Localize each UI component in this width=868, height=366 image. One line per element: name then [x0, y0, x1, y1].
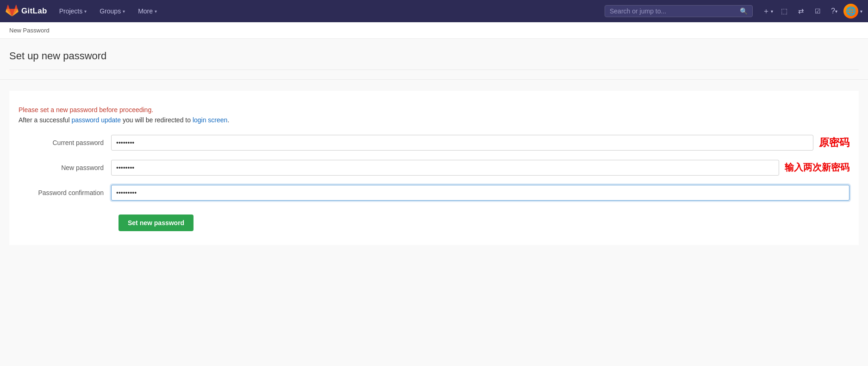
confirm-password-group: Password confirmation: [19, 185, 849, 201]
plus-icon: ＋: [762, 6, 770, 16]
user-avatar[interactable]: 🌐: [843, 4, 858, 19]
navbar: GitLab Projects ▾ Groups ▾ More ▾ 🔍 ＋ ▾ …: [0, 0, 868, 22]
more-chevron-icon: ▾: [155, 9, 157, 14]
help-icon: ?: [831, 7, 835, 15]
new-password-label: New password: [19, 164, 111, 171]
gitlab-logo-icon: [6, 5, 19, 18]
alert-line2: After a successful password update you w…: [19, 115, 849, 125]
merge-requests-button[interactable]: ⇄: [793, 4, 808, 19]
help-chevron-icon: ▾: [835, 9, 837, 14]
merge-requests-icon: ⇄: [798, 7, 804, 15]
title-divider: [0, 79, 868, 80]
form-section: Please set a new password before proceed…: [9, 91, 859, 245]
confirm-password-wrapper: [111, 185, 849, 201]
nav-groups[interactable]: Groups ▾: [95, 5, 130, 18]
search-input[interactable]: [610, 7, 736, 15]
search-icon: 🔍: [740, 7, 748, 15]
new-password-group: New password 输入两次新密码: [19, 160, 849, 176]
submit-wrapper: Set new password: [19, 210, 849, 231]
current-password-group: Current password 原密码: [19, 135, 849, 151]
search-box[interactable]: 🔍: [605, 5, 753, 17]
current-password-wrapper: 原密码: [111, 135, 849, 151]
avatar-chevron-icon: ▾: [860, 9, 862, 14]
alert-line1: Please set a new password before proceed…: [19, 105, 849, 115]
nav-more[interactable]: More ▾: [133, 5, 162, 18]
confirm-password-input[interactable]: [111, 185, 849, 201]
current-password-input[interactable]: [111, 135, 813, 151]
issues-icon: ☑: [815, 7, 821, 15]
brand-name: GitLab: [21, 6, 47, 16]
help-button[interactable]: ? ▾: [827, 4, 842, 19]
set-new-password-button[interactable]: Set new password: [119, 215, 194, 231]
main-content: Set up new password Please set a new pas…: [0, 39, 868, 366]
create-button[interactable]: ＋ ▾: [760, 4, 775, 19]
snippets-button[interactable]: ⬚: [777, 4, 792, 19]
page-title: Set up new password: [9, 50, 859, 70]
nav-projects[interactable]: Projects ▾: [55, 5, 92, 18]
snippets-icon: ⬚: [781, 7, 787, 15]
issues-button[interactable]: ☑: [810, 4, 825, 19]
new-password-input[interactable]: [111, 160, 779, 176]
current-password-label: Current password: [19, 139, 111, 146]
brand[interactable]: GitLab: [6, 5, 47, 18]
navbar-actions: ＋ ▾ ⬚ ⇄ ☑ ? ▾ 🌐 ▾: [760, 4, 862, 19]
new-password-wrapper: 输入两次新密码: [111, 160, 849, 176]
current-password-annotation: 原密码: [819, 136, 849, 150]
create-chevron-icon: ▾: [771, 9, 773, 14]
breadcrumb: New Password: [0, 22, 868, 39]
avatar-image: 🌐: [846, 6, 856, 16]
alert-message: Please set a new password before proceed…: [19, 105, 849, 126]
groups-chevron-icon: ▾: [123, 9, 125, 14]
confirm-password-label: Password confirmation: [19, 189, 111, 196]
new-password-annotation: 输入两次新密码: [785, 161, 849, 174]
projects-chevron-icon: ▾: [84, 9, 87, 14]
